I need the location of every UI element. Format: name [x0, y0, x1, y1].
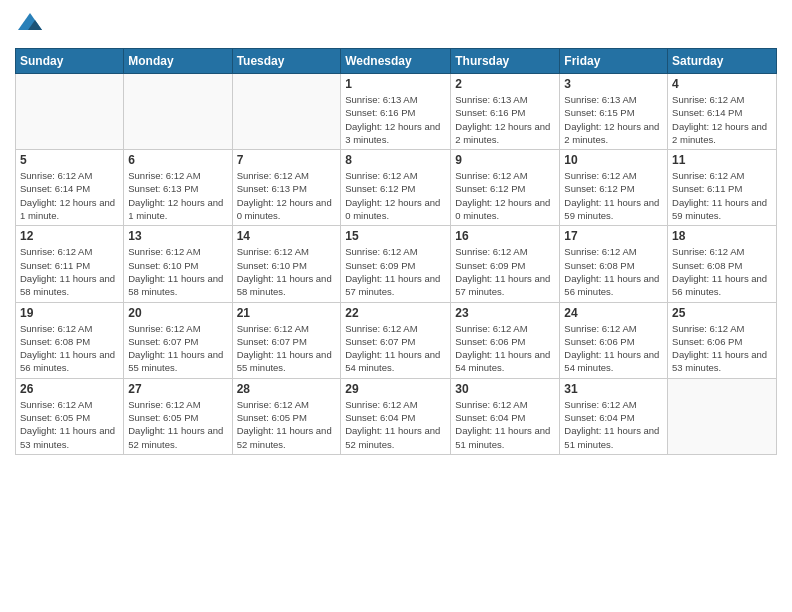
- calendar-cell: 26Sunrise: 6:12 AM Sunset: 6:05 PM Dayli…: [16, 378, 124, 454]
- calendar-cell: 20Sunrise: 6:12 AM Sunset: 6:07 PM Dayli…: [124, 302, 232, 378]
- day-info: Sunrise: 6:12 AM Sunset: 6:05 PM Dayligh…: [237, 398, 337, 451]
- day-number: 14: [237, 229, 337, 243]
- calendar-cell: 28Sunrise: 6:12 AM Sunset: 6:05 PM Dayli…: [232, 378, 341, 454]
- weekday-header-row: SundayMondayTuesdayWednesdayThursdayFrid…: [16, 49, 777, 74]
- day-number: 11: [672, 153, 772, 167]
- day-info: Sunrise: 6:12 AM Sunset: 6:14 PM Dayligh…: [20, 169, 119, 222]
- day-info: Sunrise: 6:12 AM Sunset: 6:07 PM Dayligh…: [237, 322, 337, 375]
- calendar-cell: 31Sunrise: 6:12 AM Sunset: 6:04 PM Dayli…: [560, 378, 668, 454]
- calendar-cell: 23Sunrise: 6:12 AM Sunset: 6:06 PM Dayli…: [451, 302, 560, 378]
- day-number: 1: [345, 77, 446, 91]
- day-info: Sunrise: 6:12 AM Sunset: 6:04 PM Dayligh…: [345, 398, 446, 451]
- calendar-cell: 24Sunrise: 6:12 AM Sunset: 6:06 PM Dayli…: [560, 302, 668, 378]
- calendar-cell: 21Sunrise: 6:12 AM Sunset: 6:07 PM Dayli…: [232, 302, 341, 378]
- day-number: 8: [345, 153, 446, 167]
- day-info: Sunrise: 6:12 AM Sunset: 6:12 PM Dayligh…: [345, 169, 446, 222]
- day-number: 16: [455, 229, 555, 243]
- day-info: Sunrise: 6:12 AM Sunset: 6:13 PM Dayligh…: [237, 169, 337, 222]
- weekday-header-wednesday: Wednesday: [341, 49, 451, 74]
- day-info: Sunrise: 6:12 AM Sunset: 6:04 PM Dayligh…: [564, 398, 663, 451]
- weekday-header-friday: Friday: [560, 49, 668, 74]
- calendar: SundayMondayTuesdayWednesdayThursdayFrid…: [15, 48, 777, 455]
- day-number: 2: [455, 77, 555, 91]
- day-info: Sunrise: 6:12 AM Sunset: 6:05 PM Dayligh…: [128, 398, 227, 451]
- day-number: 25: [672, 306, 772, 320]
- calendar-cell: 30Sunrise: 6:12 AM Sunset: 6:04 PM Dayli…: [451, 378, 560, 454]
- day-info: Sunrise: 6:12 AM Sunset: 6:09 PM Dayligh…: [455, 245, 555, 298]
- day-info: Sunrise: 6:12 AM Sunset: 6:12 PM Dayligh…: [564, 169, 663, 222]
- calendar-cell: 27Sunrise: 6:12 AM Sunset: 6:05 PM Dayli…: [124, 378, 232, 454]
- calendar-cell: 1Sunrise: 6:13 AM Sunset: 6:16 PM Daylig…: [341, 74, 451, 150]
- calendar-cell: [232, 74, 341, 150]
- day-info: Sunrise: 6:12 AM Sunset: 6:11 PM Dayligh…: [20, 245, 119, 298]
- day-info: Sunrise: 6:13 AM Sunset: 6:15 PM Dayligh…: [564, 93, 663, 146]
- day-number: 28: [237, 382, 337, 396]
- day-info: Sunrise: 6:12 AM Sunset: 6:04 PM Dayligh…: [455, 398, 555, 451]
- calendar-cell: 14Sunrise: 6:12 AM Sunset: 6:10 PM Dayli…: [232, 226, 341, 302]
- calendar-cell: 15Sunrise: 6:12 AM Sunset: 6:09 PM Dayli…: [341, 226, 451, 302]
- day-info: Sunrise: 6:12 AM Sunset: 6:08 PM Dayligh…: [20, 322, 119, 375]
- day-number: 7: [237, 153, 337, 167]
- day-number: 27: [128, 382, 227, 396]
- calendar-cell: 2Sunrise: 6:13 AM Sunset: 6:16 PM Daylig…: [451, 74, 560, 150]
- day-info: Sunrise: 6:12 AM Sunset: 6:05 PM Dayligh…: [20, 398, 119, 451]
- day-number: 15: [345, 229, 446, 243]
- calendar-cell: 3Sunrise: 6:13 AM Sunset: 6:15 PM Daylig…: [560, 74, 668, 150]
- day-info: Sunrise: 6:12 AM Sunset: 6:09 PM Dayligh…: [345, 245, 446, 298]
- day-number: 17: [564, 229, 663, 243]
- calendar-cell: 12Sunrise: 6:12 AM Sunset: 6:11 PM Dayli…: [16, 226, 124, 302]
- calendar-cell: 7Sunrise: 6:12 AM Sunset: 6:13 PM Daylig…: [232, 150, 341, 226]
- day-number: 26: [20, 382, 119, 396]
- page: SundayMondayTuesdayWednesdayThursdayFrid…: [0, 0, 792, 612]
- calendar-cell: 17Sunrise: 6:12 AM Sunset: 6:08 PM Dayli…: [560, 226, 668, 302]
- day-number: 10: [564, 153, 663, 167]
- calendar-cell: 5Sunrise: 6:12 AM Sunset: 6:14 PM Daylig…: [16, 150, 124, 226]
- calendar-cell: 25Sunrise: 6:12 AM Sunset: 6:06 PM Dayli…: [668, 302, 777, 378]
- day-info: Sunrise: 6:12 AM Sunset: 6:08 PM Dayligh…: [672, 245, 772, 298]
- weekday-header-sunday: Sunday: [16, 49, 124, 74]
- week-row-3: 12Sunrise: 6:12 AM Sunset: 6:11 PM Dayli…: [16, 226, 777, 302]
- weekday-header-tuesday: Tuesday: [232, 49, 341, 74]
- day-number: 22: [345, 306, 446, 320]
- day-info: Sunrise: 6:12 AM Sunset: 6:10 PM Dayligh…: [237, 245, 337, 298]
- calendar-cell: 4Sunrise: 6:12 AM Sunset: 6:14 PM Daylig…: [668, 74, 777, 150]
- day-number: 5: [20, 153, 119, 167]
- day-number: 9: [455, 153, 555, 167]
- day-info: Sunrise: 6:12 AM Sunset: 6:11 PM Dayligh…: [672, 169, 772, 222]
- weekday-header-saturday: Saturday: [668, 49, 777, 74]
- day-number: 20: [128, 306, 227, 320]
- day-info: Sunrise: 6:12 AM Sunset: 6:07 PM Dayligh…: [128, 322, 227, 375]
- calendar-cell: [668, 378, 777, 454]
- calendar-cell: [124, 74, 232, 150]
- calendar-cell: 10Sunrise: 6:12 AM Sunset: 6:12 PM Dayli…: [560, 150, 668, 226]
- calendar-cell: 9Sunrise: 6:12 AM Sunset: 6:12 PM Daylig…: [451, 150, 560, 226]
- logo-icon: [15, 10, 45, 40]
- day-info: Sunrise: 6:12 AM Sunset: 6:07 PM Dayligh…: [345, 322, 446, 375]
- calendar-cell: 8Sunrise: 6:12 AM Sunset: 6:12 PM Daylig…: [341, 150, 451, 226]
- day-number: 29: [345, 382, 446, 396]
- day-number: 23: [455, 306, 555, 320]
- week-row-4: 19Sunrise: 6:12 AM Sunset: 6:08 PM Dayli…: [16, 302, 777, 378]
- week-row-5: 26Sunrise: 6:12 AM Sunset: 6:05 PM Dayli…: [16, 378, 777, 454]
- calendar-cell: 11Sunrise: 6:12 AM Sunset: 6:11 PM Dayli…: [668, 150, 777, 226]
- day-info: Sunrise: 6:12 AM Sunset: 6:14 PM Dayligh…: [672, 93, 772, 146]
- weekday-header-thursday: Thursday: [451, 49, 560, 74]
- day-info: Sunrise: 6:12 AM Sunset: 6:13 PM Dayligh…: [128, 169, 227, 222]
- day-number: 18: [672, 229, 772, 243]
- calendar-cell: 19Sunrise: 6:12 AM Sunset: 6:08 PM Dayli…: [16, 302, 124, 378]
- weekday-header-monday: Monday: [124, 49, 232, 74]
- day-info: Sunrise: 6:12 AM Sunset: 6:06 PM Dayligh…: [672, 322, 772, 375]
- calendar-cell: 16Sunrise: 6:12 AM Sunset: 6:09 PM Dayli…: [451, 226, 560, 302]
- calendar-cell: 29Sunrise: 6:12 AM Sunset: 6:04 PM Dayli…: [341, 378, 451, 454]
- day-info: Sunrise: 6:13 AM Sunset: 6:16 PM Dayligh…: [455, 93, 555, 146]
- week-row-1: 1Sunrise: 6:13 AM Sunset: 6:16 PM Daylig…: [16, 74, 777, 150]
- calendar-cell: 18Sunrise: 6:12 AM Sunset: 6:08 PM Dayli…: [668, 226, 777, 302]
- day-info: Sunrise: 6:13 AM Sunset: 6:16 PM Dayligh…: [345, 93, 446, 146]
- day-number: 6: [128, 153, 227, 167]
- day-number: 3: [564, 77, 663, 91]
- day-number: 24: [564, 306, 663, 320]
- day-info: Sunrise: 6:12 AM Sunset: 6:10 PM Dayligh…: [128, 245, 227, 298]
- day-number: 31: [564, 382, 663, 396]
- day-info: Sunrise: 6:12 AM Sunset: 6:08 PM Dayligh…: [564, 245, 663, 298]
- week-row-2: 5Sunrise: 6:12 AM Sunset: 6:14 PM Daylig…: [16, 150, 777, 226]
